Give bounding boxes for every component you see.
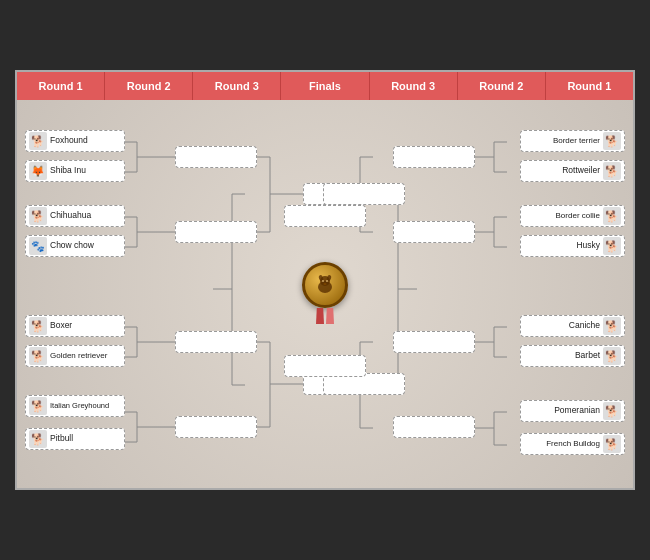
caniche-name: Caniche xyxy=(569,321,600,330)
golden-retriever-name: Golden retriever xyxy=(50,352,107,361)
header-finals: Finals xyxy=(281,72,369,100)
svg-point-61 xyxy=(326,280,328,282)
right-r3-box1[interactable] xyxy=(323,183,405,205)
right-r2-box2[interactable] xyxy=(393,221,475,243)
pomeranian-icon: 🐕 xyxy=(603,402,621,420)
team-chow-chow[interactable]: 🐾 Chow chow xyxy=(25,235,125,257)
bracket-container: Round 1 Round 2 Round 3 Finals Round 3 R… xyxy=(15,70,635,490)
border-terrier-icon: 🐕 xyxy=(603,132,621,150)
team-chihuahua[interactable]: 🐕 Chihuahua xyxy=(25,205,125,227)
chihuahua-icon: 🐕 xyxy=(29,207,47,225)
header-round1-right: Round 1 xyxy=(546,72,633,100)
pomeranian-name: Pomeranian xyxy=(554,406,600,415)
chow-chow-icon: 🐾 xyxy=(29,237,47,255)
team-border-collie[interactable]: 🐕 Border collie xyxy=(520,205,625,227)
left-r2-box1[interactable] xyxy=(175,146,257,168)
french-bulldog-icon: 🐕 xyxy=(603,435,621,453)
team-foxhound[interactable]: 🐕 Foxhound xyxy=(25,130,125,152)
husky-icon: 🐕 xyxy=(603,237,621,255)
header-round2-right: Round 2 xyxy=(458,72,546,100)
chow-chow-name: Chow chow xyxy=(50,241,94,250)
foxhound-name: Foxhound xyxy=(50,136,88,145)
medal-circle xyxy=(302,262,348,308)
team-rottweiler[interactable]: 🐕 Rottweiler xyxy=(520,160,625,182)
border-terrier-name: Border terrier xyxy=(553,137,600,146)
husky-name: Husky xyxy=(576,241,600,250)
team-husky[interactable]: 🐕 Husky xyxy=(520,235,625,257)
finals-box2[interactable] xyxy=(284,355,366,377)
barbet-icon: 🐕 xyxy=(603,347,621,365)
bracket-area: 🐕 Foxhound 🦊 Shiba Inu 🐕 Chihuahua 🐾 Cho… xyxy=(17,100,633,488)
team-barbet[interactable]: 🐕 Barbet xyxy=(520,345,625,367)
left-r2-box3[interactable] xyxy=(175,331,257,353)
rottweiler-icon: 🐕 xyxy=(603,162,621,180)
foxhound-icon: 🐕 xyxy=(29,132,47,150)
rottweiler-name: Rottweiler xyxy=(562,166,600,175)
left-r2-box2[interactable] xyxy=(175,221,257,243)
team-pitbull[interactable]: 🐕 Pitbull xyxy=(25,428,125,450)
team-golden-retriever[interactable]: 🐕 Golden retriever xyxy=(25,345,125,367)
svg-point-60 xyxy=(322,280,324,282)
barbet-name: Barbet xyxy=(575,351,600,360)
team-caniche[interactable]: 🐕 Caniche xyxy=(520,315,625,337)
chihuahua-name: Chihuahua xyxy=(50,211,91,220)
team-boxer[interactable]: 🐕 Boxer xyxy=(25,315,125,337)
team-italian-greyhound[interactable]: 🐕 Italian Greyhound xyxy=(25,395,125,417)
boxer-name: Boxer xyxy=(50,321,72,330)
shiba-inu-name: Shiba Inu xyxy=(50,166,86,175)
golden-retriever-icon: 🐕 xyxy=(29,347,47,365)
right-r2-box1[interactable] xyxy=(393,146,475,168)
border-collie-icon: 🐕 xyxy=(603,207,621,225)
finals-medal xyxy=(298,262,352,326)
team-french-bulldog[interactable]: 🐕 French Bulldog xyxy=(520,433,625,455)
team-border-terrier[interactable]: 🐕 Border terrier xyxy=(520,130,625,152)
left-r2-box4[interactable] xyxy=(175,416,257,438)
italian-greyhound-name: Italian Greyhound xyxy=(50,402,109,410)
medal-ribbons xyxy=(316,308,334,324)
italian-greyhound-icon: 🐕 xyxy=(29,397,47,415)
finals-box1[interactable] xyxy=(284,205,366,227)
team-shiba-inu[interactable]: 🦊 Shiba Inu xyxy=(25,160,125,182)
pitbull-icon: 🐕 xyxy=(29,430,47,448)
header-round3-left: Round 3 xyxy=(193,72,281,100)
svg-point-62 xyxy=(324,283,327,285)
header-row: Round 1 Round 2 Round 3 Finals Round 3 R… xyxy=(17,72,633,100)
pitbull-name: Pitbull xyxy=(50,434,73,443)
right-r2-box4[interactable] xyxy=(393,416,475,438)
team-pomeranian[interactable]: 🐕 Pomeranian xyxy=(520,400,625,422)
boxer-icon: 🐕 xyxy=(29,317,47,335)
border-collie-name: Border collie xyxy=(556,212,600,221)
french-bulldog-name: French Bulldog xyxy=(546,440,600,449)
right-r2-box3[interactable] xyxy=(393,331,475,353)
header-round2-left: Round 2 xyxy=(105,72,193,100)
medal-dog-icon xyxy=(311,271,339,299)
header-round1-left: Round 1 xyxy=(17,72,105,100)
caniche-icon: 🐕 xyxy=(603,317,621,335)
header-round3-right: Round 3 xyxy=(370,72,458,100)
shiba-inu-icon: 🦊 xyxy=(29,162,47,180)
